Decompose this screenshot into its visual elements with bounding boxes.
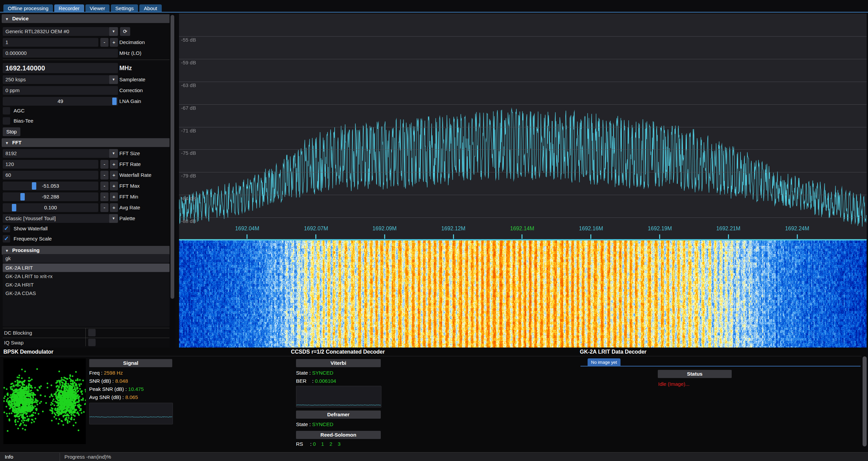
fft-rate-label: FFT Rate: [119, 160, 141, 169]
freq-tick: [453, 234, 454, 239]
reed-solomon-row: RS : 0123: [296, 440, 340, 448]
deframer-state-row: State : SYNCED: [296, 421, 333, 428]
status-bar-info[interactable]: Info: [5, 453, 13, 461]
lo-offset-label: MHz (LO): [119, 49, 141, 58]
samplerate-label: Samplerate: [119, 75, 145, 84]
decimation-plus-button[interactable]: +: [110, 38, 118, 47]
snr-stat: SNR (dB) : 8.048: [89, 377, 128, 385]
freq-scale-label: 1692.09M: [364, 226, 405, 232]
samplerate-select[interactable]: 250 ksps: [3, 75, 109, 84]
viterbi-state-value: SYNCED: [312, 370, 334, 376]
fft-max-minus-button[interactable]: -: [100, 182, 108, 190]
frequency-scale-checkbox[interactable]: ✓: [3, 235, 10, 243]
refresh-devices-button[interactable]: ⟳: [120, 27, 130, 36]
device-panel-header[interactable]: ▼Device: [2, 14, 170, 23]
avg-rate-slider[interactable]: 0.100: [3, 203, 98, 212]
lna-gain-slider[interactable]: 49: [3, 97, 118, 106]
dc-blocking-checkbox[interactable]: [88, 329, 96, 336]
freq-scale-label: 1692.16M: [571, 226, 611, 232]
fft-min-slider[interactable]: -92.288: [3, 192, 98, 201]
db-axis-label: -59 dB: [181, 60, 196, 65]
decimation-input[interactable]: [3, 38, 98, 47]
frequency-scale-label: Frequency Scale: [14, 234, 52, 243]
fft-size-select[interactable]: 8192: [3, 149, 109, 158]
palette-dropdown-icon[interactable]: ▼: [109, 214, 118, 223]
tab-recorder[interactable]: Recorder: [54, 4, 84, 12]
tab-viewer[interactable]: Viewer: [85, 4, 110, 12]
db-axis-label: -63 dB: [181, 82, 196, 88]
samplerate-dropdown-icon[interactable]: ▼: [109, 75, 118, 84]
fft-panel-header[interactable]: ▼FFT: [2, 138, 170, 147]
waterfall-display[interactable]: [179, 240, 867, 348]
status-bar-divider: [60, 453, 60, 461]
correction-input[interactable]: [3, 86, 118, 95]
stop-button[interactable]: Stop: [3, 127, 20, 136]
bias-tee-checkbox[interactable]: [3, 117, 10, 125]
rs-value-1: 1: [321, 441, 324, 447]
options-table-border: [3, 328, 170, 328]
freq-tick: [659, 234, 660, 239]
fft-rate-minus-button[interactable]: -: [100, 160, 108, 169]
processing-panel-header[interactable]: ▼Processing: [2, 246, 170, 255]
lo-offset-input[interactable]: [3, 49, 118, 58]
frequency-input[interactable]: [3, 63, 118, 73]
iq-swap-checkbox[interactable]: [88, 339, 96, 346]
iq-swap-label: IQ Swap: [4, 338, 24, 346]
avg-rate-slider-handle[interactable]: [12, 204, 16, 211]
device-source-dropdown-icon[interactable]: ▼: [109, 27, 118, 36]
fft-size-label: FFT Size: [119, 149, 140, 158]
fft-max-slider-handle[interactable]: [32, 182, 36, 190]
bottom-scrollbar-thumb[interactable]: [863, 356, 867, 446]
freq-scale-label: 1692.12M: [433, 226, 474, 232]
pipeline-item-gk2a-lrit[interactable]: GK-2A LRIT: [3, 264, 170, 272]
tab-offline-processing[interactable]: Offline processing: [3, 4, 53, 12]
fft-max-label: FFT Max: [119, 182, 140, 190]
avg-snr-stat: Avg SNR (dB) : 8.065: [89, 394, 138, 401]
pipeline-search-input[interactable]: [3, 254, 170, 263]
fft-min-label: FFT Min: [119, 192, 138, 201]
avg-rate-plus-button[interactable]: +: [110, 203, 118, 212]
rs-value-3: 3: [338, 441, 340, 447]
lrit-status-header: Status: [658, 370, 732, 378]
sidebar-scrollbar-thumb[interactable]: [171, 15, 174, 299]
fft-max-plus-button[interactable]: +: [110, 182, 118, 190]
tab-settings[interactable]: Settings: [111, 4, 138, 12]
fft-gridline: [179, 217, 867, 218]
freq-scale-center-label: 1692.14M: [502, 226, 542, 232]
viterbi-section-header: Viterbi: [296, 359, 381, 367]
fft-size-dropdown-icon[interactable]: ▼: [109, 149, 118, 158]
show-waterfall-checkbox[interactable]: ✓: [3, 225, 10, 232]
fft-spectrum-plot[interactable]: [179, 14, 867, 241]
agc-label: AGC: [14, 106, 25, 115]
waterfall-rate-minus-button[interactable]: -: [100, 171, 108, 180]
fft-min-slider-handle[interactable]: [20, 193, 25, 201]
lrit-image-tab[interactable]: No image yet: [588, 358, 620, 366]
fft-max-value: -51.053: [3, 182, 98, 190]
palette-label: Palette: [119, 214, 135, 223]
fft-rate-input[interactable]: [3, 160, 98, 169]
decimation-label: Decimation: [119, 38, 145, 47]
freq-scale-label: 1692.21M: [708, 226, 749, 232]
fft-max-slider[interactable]: -51.053: [3, 182, 98, 190]
rs-value-2: 2: [330, 441, 332, 447]
waterfall-rate-plus-button[interactable]: +: [110, 171, 118, 180]
device-source-select[interactable]: Generic RTL2832U OEM #0: [3, 27, 109, 36]
pipeline-item-gk2a-cdas[interactable]: GK-2A CDAS: [3, 289, 170, 297]
lna-gain-slider-handle[interactable]: [112, 98, 117, 105]
decimation-minus-button[interactable]: -: [100, 38, 108, 47]
palette-select[interactable]: Classic [Youssef Touil]: [3, 214, 109, 223]
fft-rate-plus-button[interactable]: +: [110, 160, 118, 169]
tab-about[interactable]: About: [139, 4, 161, 12]
waterfall-rate-input[interactable]: [3, 171, 98, 180]
options-table-vborder: [85, 328, 86, 346]
waterfall-rate-label: Waterfall Rate: [119, 171, 151, 180]
pipeline-item-gk2a-hrit[interactable]: GK-2A HRIT: [3, 280, 170, 289]
avg-rate-minus-button[interactable]: -: [100, 203, 108, 212]
agc-checkbox[interactable]: [3, 107, 10, 114]
lrit-tab-underline: [580, 366, 861, 366]
frequency-unit-label: MHz: [119, 63, 132, 73]
fft-gridline: [179, 195, 867, 195]
fft-min-minus-button[interactable]: -: [100, 192, 108, 201]
pipeline-item-gk2a-lrit-xritrx[interactable]: GK-2A LRIT to xrit-rx: [3, 272, 170, 280]
fft-min-plus-button[interactable]: +: [110, 192, 118, 201]
